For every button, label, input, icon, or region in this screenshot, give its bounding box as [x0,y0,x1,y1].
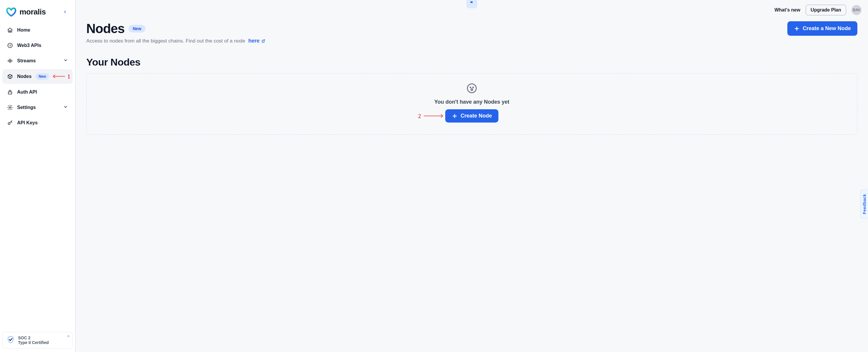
page-description: Access to nodes from all the biggest cha… [86,38,265,44]
sidebar-item-auth-api[interactable]: Auth API [2,85,73,99]
key-icon [7,120,13,126]
your-nodes-title: Your Nodes [86,56,857,68]
arrow-left-icon [52,73,65,80]
annotation-number: 1 [67,73,70,80]
create-new-node-button[interactable]: Create a New Node [787,21,857,36]
sidebar-item-nodes[interactable]: Nodes New 1 [2,69,73,84]
arrow-right-icon [423,113,444,119]
title-new-badge: New [128,25,145,32]
external-link-icon [66,334,70,339]
lock-icon [7,89,13,95]
svg-rect-9 [8,92,12,94]
page-header: Nodes New Access to nodes from all the b… [86,21,857,44]
annotation-1: 1 [52,73,70,80]
logo-row: moralis [2,5,73,22]
annotation-number: 2 [418,113,421,119]
sidebar-item-streams[interactable]: Streams [2,54,73,68]
svg-point-10 [9,107,11,108]
create-node-button[interactable]: Create Node [445,109,498,123]
sidebar-item-label: Nodes [17,74,32,79]
cube-icon: 3 [7,42,13,49]
empty-state-text: You don't have any Nodes yet [434,99,509,105]
svg-point-16 [470,87,471,88]
sidebar-nav: Home 3 Web3 APIs Streams [2,23,73,130]
svg-text:3: 3 [9,44,11,47]
sidebar-item-label: Web3 APIs [17,43,41,48]
content: Nodes New Access to nodes from all the b… [75,15,868,140]
surprised-face-icon [466,83,477,95]
soc2-line1: SOC 2 [18,335,49,340]
home-icon [7,27,13,33]
upgrade-plan-button[interactable]: Upgrade Plan [806,5,846,15]
annotation-2: 2 [418,113,444,119]
sidebar-item-web3-apis[interactable]: 3 Web3 APIs [2,38,73,53]
sidebar-item-label: Home [17,28,30,33]
logo-icon [6,7,17,17]
empty-state: You don't have any Nodes yet 2 Create No… [86,73,857,135]
new-badge: New [36,73,49,80]
plus-icon [794,26,800,32]
cost-link[interactable]: here [248,38,265,44]
svg-point-17 [473,87,473,88]
sidebar-item-home[interactable]: Home [2,23,73,37]
main: What's new Upgrade Plan DAV Nodes New Ac… [75,0,868,352]
page-title: Nodes [86,21,124,36]
create-node-label: Create Node [461,113,492,119]
page-description-text: Access to nodes from all the biggest cha… [86,38,246,44]
sidebar-item-label: API Keys [17,120,37,126]
sidebar-item-api-keys[interactable]: API Keys [2,116,73,130]
sidebar: moralis Home 3 Web3 APIs [0,0,75,352]
plus-icon [452,113,458,119]
whats-new-link[interactable]: What's new [774,7,800,13]
logo-text: moralis [20,7,46,17]
avatar[interactable]: DAV [851,5,862,15]
flag-tab[interactable] [466,0,477,8]
soc2-line2: Type II Certified [18,340,49,345]
streams-icon [7,58,13,64]
svg-point-18 [471,89,473,91]
external-link-icon [261,39,265,43]
sidebar-item-label: Streams [17,58,36,63]
chevron-down-icon [63,104,68,110]
chevron-down-icon [63,58,68,64]
cost-link-text: here [248,38,259,44]
sidebar-item-label: Auth API [17,90,37,95]
soc2-text: SOC 2 Type II Certified [18,335,49,345]
feedback-tab[interactable]: Feedback [860,190,868,219]
soc2-card[interactable]: SOC 2 Type II Certified [2,332,73,348]
create-new-node-label: Create a New Node [803,25,851,32]
feedback-label: Feedback [862,194,867,214]
sidebar-item-settings[interactable]: Settings [2,100,73,115]
gear-icon [7,104,13,110]
shield-check-icon [6,335,15,345]
sidebar-collapse-button[interactable] [61,8,69,16]
sidebar-item-label: Settings [17,105,36,110]
nodes-icon [7,73,13,79]
svg-line-12 [68,336,69,337]
